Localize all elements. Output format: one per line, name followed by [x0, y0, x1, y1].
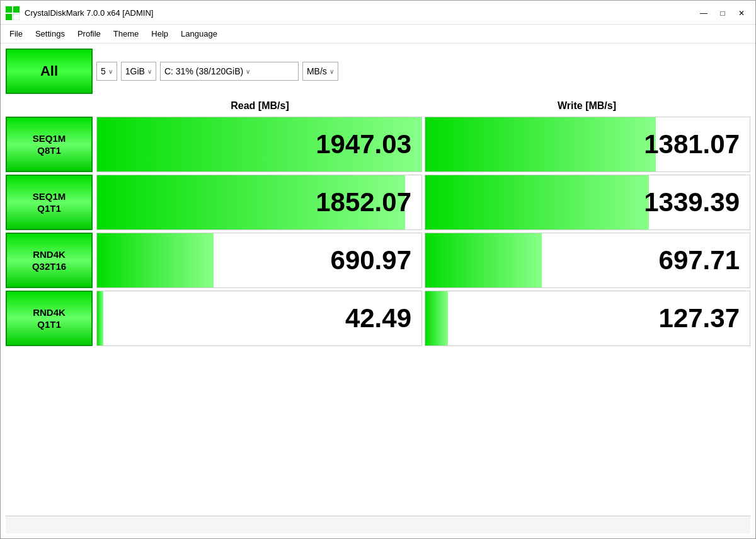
row-label-line1-1: SEQ1M: [33, 190, 66, 203]
unit-dropdown[interactable]: MB/s ∨: [302, 62, 338, 81]
row-values-2: 690.97 697.71: [96, 233, 750, 288]
runs-dropdown[interactable]: 5 ∨: [96, 62, 117, 81]
controls-row: All 5 ∨ 1GiB ∨ C: 31% (38/120GiB) ∨ MB/s…: [6, 49, 750, 94]
menu-bar: File Settings Profile Theme Help Languag…: [1, 25, 755, 43]
svg-rect-1: [13, 6, 20, 13]
read-value-2: 690.97: [331, 245, 411, 275]
row-label-line1-3: RND4K: [33, 306, 66, 319]
unit-value: MB/s: [307, 66, 327, 76]
row-label-0: SEQ1M Q8T1: [6, 117, 93, 172]
menu-language[interactable]: Language: [175, 27, 224, 40]
read-cell-0: 1947.03: [96, 117, 422, 172]
data-row: SEQ1M Q8T1 1947.03 1381.07: [6, 117, 750, 172]
row-label-line1-0: SEQ1M: [33, 132, 66, 145]
read-bar-2: [97, 233, 214, 287]
row-values-3: 42.49 127.37: [96, 291, 750, 346]
drive-arrow: ∨: [246, 68, 250, 75]
minimize-button[interactable]: —: [695, 6, 713, 20]
row-label-line2-0: Q8T1: [37, 144, 61, 157]
runs-value: 5: [101, 66, 106, 76]
write-cell-3: 127.37: [425, 291, 750, 346]
read-cell-2: 690.97: [96, 233, 422, 288]
data-row: RND4K Q32T16 690.97 697.71: [6, 233, 750, 288]
headers-row: Read [MB/s] Write [MB/s]: [96, 98, 750, 114]
write-bar-3: [425, 291, 448, 345]
write-cell-2: 697.71: [425, 233, 750, 288]
menu-help[interactable]: Help: [145, 27, 175, 40]
app-icon: [6, 6, 20, 20]
write-bar-1: [425, 175, 649, 229]
write-value-3: 127.37: [659, 303, 740, 333]
title-bar-controls: — □ ✕: [695, 6, 750, 20]
row-label-line2-2: Q32T16: [32, 260, 66, 273]
runs-arrow: ∨: [108, 68, 113, 75]
row-label-line2-3: Q1T1: [37, 318, 61, 331]
data-row: SEQ1M Q1T1 1852.07 1339.39: [6, 175, 750, 230]
status-bar: [6, 516, 750, 533]
menu-file[interactable]: File: [3, 27, 29, 40]
menu-profile[interactable]: Profile: [71, 27, 107, 40]
data-rows: SEQ1M Q8T1 1947.03 1381.07 SEQ1M Q1T1 18…: [6, 117, 750, 512]
write-value-1: 1339.39: [644, 187, 740, 217]
row-values-1: 1852.07 1339.39: [96, 175, 750, 230]
size-dropdown[interactable]: 1GiB ∨: [121, 62, 156, 81]
row-values-0: 1947.03 1381.07: [96, 117, 750, 172]
row-label-2: RND4K Q32T16: [6, 233, 93, 288]
write-header: Write [MB/s]: [423, 98, 750, 114]
read-bar-3: [97, 291, 103, 345]
write-bar-2: [425, 233, 542, 287]
read-cell-3: 42.49: [96, 291, 422, 346]
read-value-0: 1947.03: [316, 129, 411, 159]
data-row: RND4K Q1T1 42.49 127.37: [6, 291, 750, 346]
row-label-1: SEQ1M Q1T1: [6, 175, 93, 230]
row-label-line2-1: Q1T1: [37, 202, 61, 215]
close-button[interactable]: ✕: [733, 6, 750, 20]
read-header: Read [MB/s]: [96, 98, 423, 114]
write-value-2: 697.71: [659, 245, 740, 275]
write-cell-0: 1381.07: [425, 117, 750, 172]
write-bar-0: [425, 117, 656, 171]
title-bar-left: CrystalDiskMark 7.0.0 x64 [ADMIN]: [6, 6, 153, 20]
svg-rect-0: [6, 6, 12, 13]
read-value-1: 1852.07: [316, 187, 411, 217]
write-value-0: 1381.07: [644, 129, 740, 159]
menu-theme[interactable]: Theme: [107, 27, 145, 40]
window-title: CrystalDiskMark 7.0.0 x64 [ADMIN]: [25, 8, 153, 18]
write-cell-1: 1339.39: [425, 175, 750, 230]
svg-rect-2: [6, 14, 12, 20]
maximize-button[interactable]: □: [714, 6, 731, 20]
row-label-line1-2: RND4K: [33, 248, 66, 261]
size-value: 1GiB: [125, 66, 145, 76]
menu-settings[interactable]: Settings: [29, 27, 71, 40]
read-cell-1: 1852.07: [96, 175, 422, 230]
size-arrow: ∨: [147, 68, 152, 75]
drive-value: C: 31% (38/120GiB): [164, 66, 243, 76]
all-button[interactable]: All: [6, 49, 93, 94]
drive-dropdown[interactable]: C: 31% (38/120GiB) ∨: [160, 62, 299, 81]
read-value-3: 42.49: [345, 303, 411, 333]
main-content: All 5 ∨ 1GiB ∨ C: 31% (38/120GiB) ∨ MB/s…: [1, 43, 755, 538]
unit-arrow: ∨: [329, 68, 334, 75]
app-window: CrystalDiskMark 7.0.0 x64 [ADMIN] — □ ✕ …: [0, 0, 756, 539]
row-label-3: RND4K Q1T1: [6, 291, 93, 346]
svg-rect-3: [13, 14, 20, 20]
title-bar: CrystalDiskMark 7.0.0 x64 [ADMIN] — □ ✕: [1, 1, 755, 25]
